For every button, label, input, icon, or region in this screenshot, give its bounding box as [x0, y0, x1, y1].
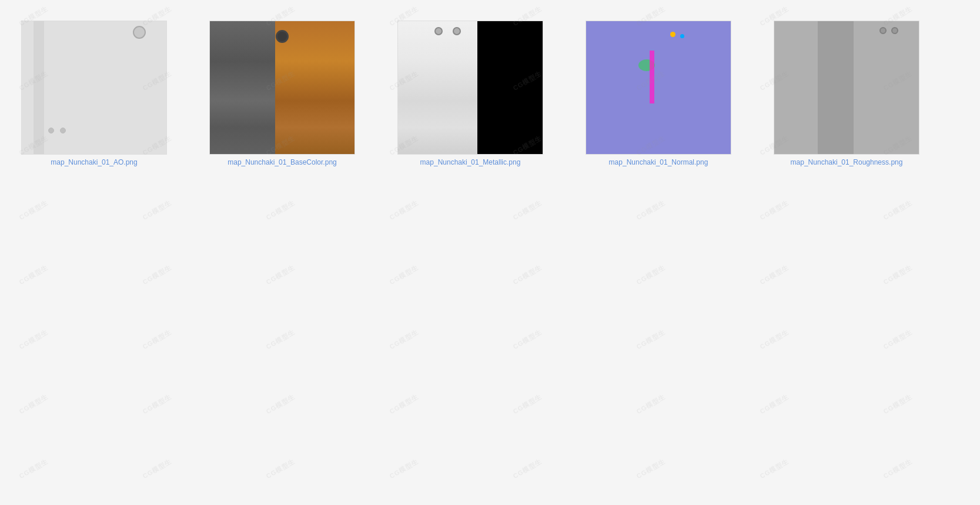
rough-hole-right — [891, 27, 898, 34]
gallery-item-basecolor[interactable]: map_Nunchaki_01_BaseColor.png — [206, 21, 359, 166]
watermark-text: CG模型生 — [18, 198, 50, 222]
watermark-text: CG模型生 — [265, 392, 297, 416]
met-light-region — [398, 21, 477, 154]
filename-basecolor: map_Nunchaki_01_BaseColor.png — [228, 158, 336, 166]
watermark-text: CG模型生 — [635, 392, 667, 416]
watermark-text: CG模型生 — [265, 457, 297, 480]
bc-metal-region — [210, 21, 275, 154]
watermark-text: CG模型生 — [882, 457, 914, 480]
watermark-text: CG模型生 — [18, 263, 50, 286]
thumbnail-canvas-normal — [586, 21, 731, 154]
normal-dot-yellow — [670, 32, 675, 37]
thumbnail-basecolor[interactable] — [209, 21, 355, 155]
watermark-text: CG模型生 — [758, 327, 791, 351]
gallery-item-metallic[interactable]: map_Nunchaki_01_Metallic.png — [394, 21, 547, 166]
thumbnail-canvas-basecolor — [210, 21, 354, 154]
watermark-text: CG模型生 — [882, 392, 914, 416]
watermark-text: CG模型生 — [388, 198, 420, 222]
watermark-text: CG模型生 — [882, 198, 914, 222]
gallery-item-normal[interactable]: map_Nunchaki_01_Normal.png — [582, 21, 735, 166]
watermark-text: CG模型生 — [265, 263, 297, 286]
rough-hole-left — [879, 27, 887, 34]
gallery-container: map_Nunchaki_01_AO.png map_Nunchaki_01_B… — [0, 0, 980, 187]
watermark-text: CG模型生 — [18, 327, 50, 351]
watermark-text: CG模型生 — [141, 198, 173, 222]
normal-dot-blue — [680, 34, 684, 38]
ao-shape-bar — [34, 21, 44, 154]
bc-hole-circle — [276, 30, 289, 43]
watermark-text: CG模型生 — [511, 457, 544, 480]
watermark-text: CG模型生 — [758, 198, 791, 222]
watermark-text: CG模型生 — [882, 327, 914, 351]
thumbnail-canvas-ao — [22, 21, 166, 154]
thumbnail-canvas-metallic — [398, 21, 543, 154]
watermark-text: CG模型生 — [388, 457, 420, 480]
watermark-text: CG模型生 — [18, 392, 50, 416]
filename-ao: map_Nunchaki_01_AO.png — [51, 158, 137, 166]
watermark-text: CG模型生 — [141, 263, 173, 286]
watermark-text: CG模型生 — [511, 198, 544, 222]
thumbnail-normal[interactable] — [586, 21, 731, 155]
thumbnail-metallic[interactable] — [397, 21, 543, 155]
gallery-item-roughness[interactable]: map_Nunchaki_01_Roughness.png — [770, 21, 923, 166]
watermark-text: CG模型生 — [635, 457, 667, 480]
normal-pink-streak — [650, 51, 654, 103]
rough-shade-region — [818, 21, 854, 154]
watermark-text: CG模型生 — [141, 327, 173, 351]
thumbnail-canvas-roughness — [774, 21, 919, 154]
ao-shape-circle-bottom-right — [60, 128, 66, 133]
filename-normal: map_Nunchaki_01_Normal.png — [609, 158, 708, 166]
watermark-text: CG模型生 — [635, 263, 667, 286]
watermark-text: CG模型生 — [635, 327, 667, 351]
watermark-text: CG模型生 — [758, 263, 791, 286]
watermark-text: CG模型生 — [265, 198, 297, 222]
watermark-text: CG模型生 — [141, 457, 173, 480]
watermark-text: CG模型生 — [388, 263, 420, 286]
filename-metallic: map_Nunchaki_01_Metallic.png — [420, 158, 521, 166]
watermark-text: CG模型生 — [511, 392, 544, 416]
watermark-text: CG模型生 — [511, 327, 544, 351]
watermark-text: CG模型生 — [758, 457, 791, 480]
watermark-text: CG模型生 — [635, 198, 667, 222]
thumbnail-roughness[interactable] — [774, 21, 919, 155]
watermark-text: CG模型生 — [758, 392, 791, 416]
watermark-text: CG模型生 — [141, 392, 173, 416]
gallery-item-ao[interactable]: map_Nunchaki_01_AO.png — [18, 21, 170, 166]
ao-shape-circle-top — [133, 26, 146, 39]
watermark-text: CG模型生 — [388, 392, 420, 416]
watermark-text: CG模型生 — [265, 327, 297, 351]
ao-shape-circle-bottom-left — [48, 128, 54, 133]
watermark-text: CG模型生 — [18, 457, 50, 480]
met-hole-left — [434, 27, 443, 35]
bc-wood-region — [275, 21, 354, 154]
watermark-text: CG模型生 — [882, 263, 914, 286]
filename-roughness: map_Nunchaki_01_Roughness.png — [791, 158, 903, 166]
watermark-text: CG模型生 — [511, 263, 544, 286]
watermark-text: CG模型生 — [388, 327, 420, 351]
thumbnail-ao[interactable] — [21, 21, 167, 155]
